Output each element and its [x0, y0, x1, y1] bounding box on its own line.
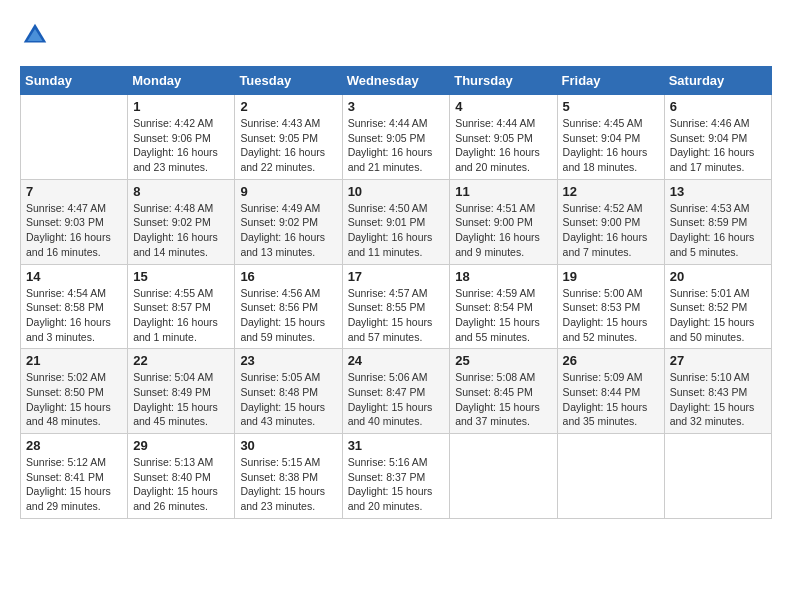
day-info: Sunrise: 4:59 AMSunset: 8:54 PMDaylight:… [455, 286, 551, 345]
day-number: 5 [563, 99, 659, 114]
day-number: 13 [670, 184, 766, 199]
calendar-week-row: 1Sunrise: 4:42 AMSunset: 9:06 PMDaylight… [21, 95, 772, 180]
day-number: 27 [670, 353, 766, 368]
calendar-header-row: SundayMondayTuesdayWednesdayThursdayFrid… [21, 67, 772, 95]
calendar-cell: 10Sunrise: 4:50 AMSunset: 9:01 PMDayligh… [342, 179, 450, 264]
day-number: 10 [348, 184, 445, 199]
calendar-cell: 24Sunrise: 5:06 AMSunset: 8:47 PMDayligh… [342, 349, 450, 434]
day-info: Sunrise: 5:00 AMSunset: 8:53 PMDaylight:… [563, 286, 659, 345]
day-number: 24 [348, 353, 445, 368]
calendar-cell: 23Sunrise: 5:05 AMSunset: 8:48 PMDayligh… [235, 349, 342, 434]
calendar-cell: 31Sunrise: 5:16 AMSunset: 8:37 PMDayligh… [342, 434, 450, 519]
day-number: 9 [240, 184, 336, 199]
day-number: 21 [26, 353, 122, 368]
day-number: 2 [240, 99, 336, 114]
calendar-cell: 19Sunrise: 5:00 AMSunset: 8:53 PMDayligh… [557, 264, 664, 349]
day-number: 20 [670, 269, 766, 284]
calendar-cell: 9Sunrise: 4:49 AMSunset: 9:02 PMDaylight… [235, 179, 342, 264]
calendar-week-row: 28Sunrise: 5:12 AMSunset: 8:41 PMDayligh… [21, 434, 772, 519]
calendar-cell: 29Sunrise: 5:13 AMSunset: 8:40 PMDayligh… [128, 434, 235, 519]
day-info: Sunrise: 5:13 AMSunset: 8:40 PMDaylight:… [133, 455, 229, 514]
calendar-cell: 17Sunrise: 4:57 AMSunset: 8:55 PMDayligh… [342, 264, 450, 349]
calendar-cell: 27Sunrise: 5:10 AMSunset: 8:43 PMDayligh… [664, 349, 771, 434]
day-number: 11 [455, 184, 551, 199]
page-header [20, 20, 772, 50]
day-info: Sunrise: 5:08 AMSunset: 8:45 PMDaylight:… [455, 370, 551, 429]
day-number: 7 [26, 184, 122, 199]
calendar-cell: 5Sunrise: 4:45 AMSunset: 9:04 PMDaylight… [557, 95, 664, 180]
calendar-cell: 26Sunrise: 5:09 AMSunset: 8:44 PMDayligh… [557, 349, 664, 434]
day-info: Sunrise: 4:42 AMSunset: 9:06 PMDaylight:… [133, 116, 229, 175]
calendar-cell: 11Sunrise: 4:51 AMSunset: 9:00 PMDayligh… [450, 179, 557, 264]
calendar-cell: 3Sunrise: 4:44 AMSunset: 9:05 PMDaylight… [342, 95, 450, 180]
day-info: Sunrise: 4:45 AMSunset: 9:04 PMDaylight:… [563, 116, 659, 175]
day-info: Sunrise: 4:56 AMSunset: 8:56 PMDaylight:… [240, 286, 336, 345]
calendar-cell [664, 434, 771, 519]
day-header-sunday: Sunday [21, 67, 128, 95]
day-info: Sunrise: 4:44 AMSunset: 9:05 PMDaylight:… [455, 116, 551, 175]
calendar-cell: 13Sunrise: 4:53 AMSunset: 8:59 PMDayligh… [664, 179, 771, 264]
calendar-week-row: 7Sunrise: 4:47 AMSunset: 9:03 PMDaylight… [21, 179, 772, 264]
day-number: 4 [455, 99, 551, 114]
day-number: 17 [348, 269, 445, 284]
calendar-cell: 16Sunrise: 4:56 AMSunset: 8:56 PMDayligh… [235, 264, 342, 349]
day-number: 8 [133, 184, 229, 199]
calendar-cell: 18Sunrise: 4:59 AMSunset: 8:54 PMDayligh… [450, 264, 557, 349]
day-number: 3 [348, 99, 445, 114]
day-number: 16 [240, 269, 336, 284]
day-info: Sunrise: 4:48 AMSunset: 9:02 PMDaylight:… [133, 201, 229, 260]
day-number: 23 [240, 353, 336, 368]
calendar-cell: 15Sunrise: 4:55 AMSunset: 8:57 PMDayligh… [128, 264, 235, 349]
day-number: 22 [133, 353, 229, 368]
calendar-cell: 22Sunrise: 5:04 AMSunset: 8:49 PMDayligh… [128, 349, 235, 434]
calendar-cell: 7Sunrise: 4:47 AMSunset: 9:03 PMDaylight… [21, 179, 128, 264]
day-info: Sunrise: 4:46 AMSunset: 9:04 PMDaylight:… [670, 116, 766, 175]
day-header-monday: Monday [128, 67, 235, 95]
day-info: Sunrise: 5:15 AMSunset: 8:38 PMDaylight:… [240, 455, 336, 514]
day-info: Sunrise: 4:44 AMSunset: 9:05 PMDaylight:… [348, 116, 445, 175]
day-info: Sunrise: 5:09 AMSunset: 8:44 PMDaylight:… [563, 370, 659, 429]
day-number: 12 [563, 184, 659, 199]
day-info: Sunrise: 4:55 AMSunset: 8:57 PMDaylight:… [133, 286, 229, 345]
day-info: Sunrise: 4:57 AMSunset: 8:55 PMDaylight:… [348, 286, 445, 345]
day-number: 25 [455, 353, 551, 368]
day-number: 6 [670, 99, 766, 114]
day-number: 26 [563, 353, 659, 368]
day-number: 14 [26, 269, 122, 284]
day-info: Sunrise: 4:53 AMSunset: 8:59 PMDaylight:… [670, 201, 766, 260]
calendar-cell: 30Sunrise: 5:15 AMSunset: 8:38 PMDayligh… [235, 434, 342, 519]
calendar-cell: 12Sunrise: 4:52 AMSunset: 9:00 PMDayligh… [557, 179, 664, 264]
calendar-cell: 4Sunrise: 4:44 AMSunset: 9:05 PMDaylight… [450, 95, 557, 180]
calendar-cell: 1Sunrise: 4:42 AMSunset: 9:06 PMDaylight… [128, 95, 235, 180]
day-info: Sunrise: 4:50 AMSunset: 9:01 PMDaylight:… [348, 201, 445, 260]
day-number: 30 [240, 438, 336, 453]
day-number: 31 [348, 438, 445, 453]
logo-icon [20, 20, 50, 50]
day-number: 28 [26, 438, 122, 453]
day-info: Sunrise: 5:01 AMSunset: 8:52 PMDaylight:… [670, 286, 766, 345]
day-info: Sunrise: 5:10 AMSunset: 8:43 PMDaylight:… [670, 370, 766, 429]
day-info: Sunrise: 4:52 AMSunset: 9:00 PMDaylight:… [563, 201, 659, 260]
calendar-cell: 28Sunrise: 5:12 AMSunset: 8:41 PMDayligh… [21, 434, 128, 519]
day-header-thursday: Thursday [450, 67, 557, 95]
day-info: Sunrise: 4:43 AMSunset: 9:05 PMDaylight:… [240, 116, 336, 175]
day-number: 1 [133, 99, 229, 114]
day-info: Sunrise: 4:54 AMSunset: 8:58 PMDaylight:… [26, 286, 122, 345]
day-info: Sunrise: 4:47 AMSunset: 9:03 PMDaylight:… [26, 201, 122, 260]
calendar-cell [450, 434, 557, 519]
calendar-cell: 14Sunrise: 4:54 AMSunset: 8:58 PMDayligh… [21, 264, 128, 349]
calendar-cell: 2Sunrise: 4:43 AMSunset: 9:05 PMDaylight… [235, 95, 342, 180]
day-info: Sunrise: 5:06 AMSunset: 8:47 PMDaylight:… [348, 370, 445, 429]
day-info: Sunrise: 5:04 AMSunset: 8:49 PMDaylight:… [133, 370, 229, 429]
calendar-week-row: 14Sunrise: 4:54 AMSunset: 8:58 PMDayligh… [21, 264, 772, 349]
day-header-saturday: Saturday [664, 67, 771, 95]
day-info: Sunrise: 5:16 AMSunset: 8:37 PMDaylight:… [348, 455, 445, 514]
day-number: 18 [455, 269, 551, 284]
day-info: Sunrise: 5:12 AMSunset: 8:41 PMDaylight:… [26, 455, 122, 514]
calendar-week-row: 21Sunrise: 5:02 AMSunset: 8:50 PMDayligh… [21, 349, 772, 434]
day-header-tuesday: Tuesday [235, 67, 342, 95]
day-info: Sunrise: 5:05 AMSunset: 8:48 PMDaylight:… [240, 370, 336, 429]
day-header-wednesday: Wednesday [342, 67, 450, 95]
calendar-cell: 6Sunrise: 4:46 AMSunset: 9:04 PMDaylight… [664, 95, 771, 180]
calendar-cell: 25Sunrise: 5:08 AMSunset: 8:45 PMDayligh… [450, 349, 557, 434]
